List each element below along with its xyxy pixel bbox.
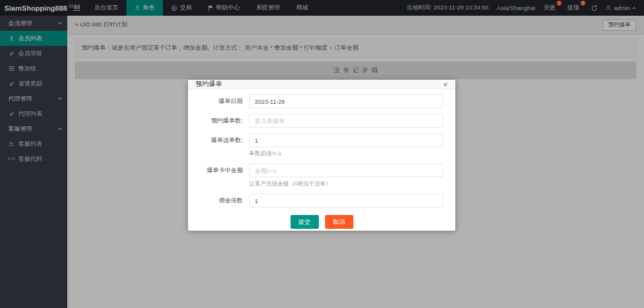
field-row-streak-count: 爆单连单数: xyxy=(200,133,443,147)
close-icon[interactable]: × xyxy=(443,80,448,89)
burst-streak-count-input[interactable] xyxy=(249,133,443,147)
modal-title-bar: 预约爆单 × xyxy=(188,80,455,89)
field-label: 佣金倍数 xyxy=(200,197,243,205)
booked-burst-count-input[interactable] xyxy=(249,114,443,128)
cancel-button[interactable]: 取消 xyxy=(325,215,353,229)
burst-stuck-amount-input[interactable] xyxy=(249,163,443,177)
field-row-burst-date: 爆单日期 xyxy=(200,94,443,108)
field-label: 爆单卡中金额 xyxy=(200,167,243,175)
field-label: 爆单连单数: xyxy=(200,136,243,145)
modal-body: 爆单日期 预约爆单数: 爆单连单数: 单数必须>=1 爆单卡中金额 让客户充值金… xyxy=(188,89,455,235)
burst-date-input[interactable] xyxy=(249,94,443,108)
field-helper: 让客户充值金额（0相当于没有） xyxy=(249,180,443,188)
field-helper: 单数必须>=1 xyxy=(249,150,443,158)
field-row-booked-count: 预约爆单数: xyxy=(200,114,443,128)
field-row-stuck-amount: 爆单卡中金额 xyxy=(200,163,443,177)
field-label: 预约爆单数: xyxy=(200,117,243,125)
field-row-commission-multiplier: 佣金倍数 xyxy=(200,194,443,207)
modal-title: 预约爆单 xyxy=(196,80,222,89)
commission-multiplier-input[interactable] xyxy=(249,194,443,207)
modal-actions: 提交 取消 xyxy=(200,215,443,229)
field-label: 爆单日期 xyxy=(200,97,243,106)
submit-button[interactable]: 提交 xyxy=(291,215,319,229)
book-burst-order-modal: 预约爆单 × 爆单日期 预约爆单数: 爆单连单数: 单数必须>=1 爆单卡中金额… xyxy=(188,80,455,231)
